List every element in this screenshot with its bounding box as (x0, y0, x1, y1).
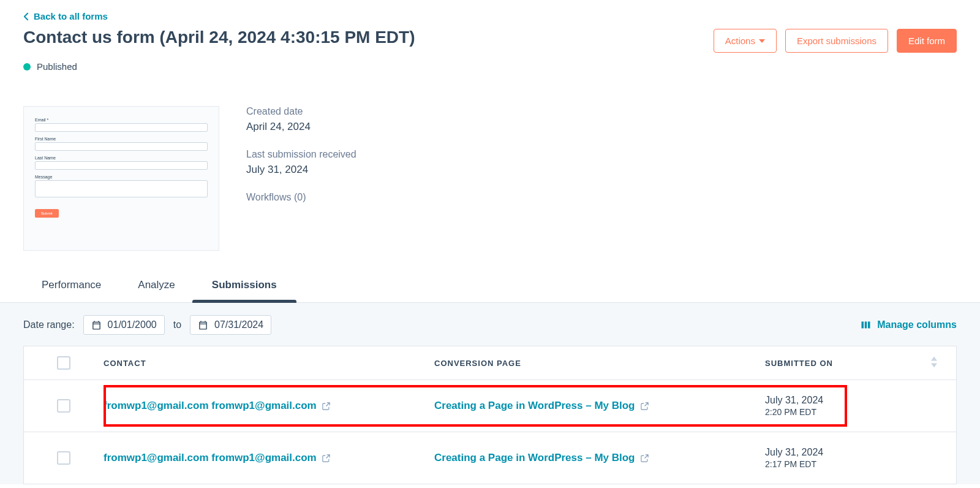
date-from-input[interactable]: 01/01/2000 (83, 315, 165, 335)
preview-email-input (35, 123, 208, 132)
preview-firstname-input (35, 142, 208, 151)
last-submission-label: Last submission received (246, 149, 356, 160)
workflows-label: Workflows (0) (246, 192, 356, 203)
status-label: Published (37, 61, 77, 72)
to-label: to (173, 319, 181, 330)
external-link-icon (640, 454, 649, 463)
submissions-table: CONTACT CONVERSION PAGE SUBMITTED ON fro… (23, 346, 957, 484)
preview-firstname-label: First Name (35, 137, 208, 141)
row-checkbox[interactable] (57, 399, 70, 413)
preview-email-label: Email * (35, 118, 208, 122)
manage-columns-label: Manage columns (877, 319, 957, 330)
preview-lastname-label: Last Name (35, 156, 208, 160)
preview-submit-button: Submit (35, 209, 59, 218)
chevron-left-icon (23, 12, 29, 21)
actions-button-label: Actions (725, 36, 755, 46)
external-link-icon (322, 402, 331, 411)
submitted-date: July 31, 2024 (765, 447, 956, 458)
conversion-page-link[interactable]: Creating a Page in WordPress – My Blog (434, 452, 649, 464)
table-header-row: CONTACT CONVERSION PAGE SUBMITTED ON (24, 346, 956, 380)
column-header-contact[interactable]: CONTACT (104, 359, 434, 368)
created-date-label: Created date (246, 106, 356, 117)
contact-link[interactable]: fromwp1@gmail.com fromwp1@gmail.com (104, 452, 331, 464)
external-link-icon (322, 454, 331, 463)
tab-submissions[interactable]: Submissions (212, 279, 277, 302)
submitted-date: July 31, 2024 (765, 395, 956, 406)
edit-form-button-label: Edit form (908, 36, 945, 46)
page-title: Contact us form (April 24, 2024 4:30:15 … (23, 26, 415, 48)
column-header-submitted-label: SUBMITTED ON (765, 359, 833, 368)
caret-down-icon (759, 39, 765, 43)
contact-text: fromwp1@gmail.com fromwp1@gmail.com (104, 400, 317, 412)
columns-icon (861, 321, 871, 329)
date-to-input[interactable]: 07/31/2024 (190, 315, 271, 335)
calendar-icon (198, 320, 208, 330)
export-submissions-button[interactable]: Export submissions (785, 29, 888, 53)
submitted-time: 2:20 PM EDT (765, 407, 956, 417)
contact-link[interactable]: fromwp1@gmail.com fromwp1@gmail.com (104, 400, 331, 412)
table-row: fromwp1@gmail.com fromwp1@gmail.comCreat… (24, 380, 956, 432)
conversion-text: Creating a Page in WordPress – My Blog (434, 452, 635, 464)
status-dot-icon (23, 63, 31, 71)
select-all-checkbox[interactable] (57, 356, 70, 370)
column-header-conversion[interactable]: CONVERSION PAGE (434, 359, 765, 368)
date-to-value: 07/31/2024 (214, 319, 263, 330)
preview-message-label: Message (35, 175, 208, 179)
preview-lastname-input (35, 161, 208, 170)
last-submission-value: July 31, 2024 (246, 164, 356, 176)
conversion-text: Creating a Page in WordPress – My Blog (434, 400, 635, 412)
row-checkbox[interactable] (57, 451, 70, 465)
date-range-label: Date range: (23, 319, 75, 330)
tab-analyze[interactable]: Analyze (138, 279, 175, 302)
export-button-label: Export submissions (797, 36, 876, 46)
created-date-value: April 24, 2024 (246, 121, 356, 133)
table-row: fromwp1@gmail.com fromwp1@gmail.comCreat… (24, 432, 956, 484)
column-header-submitted[interactable]: SUBMITTED ON (765, 359, 956, 368)
manage-columns-button[interactable]: Manage columns (861, 319, 957, 330)
sort-icon[interactable] (930, 357, 938, 370)
tab-performance[interactable]: Performance (42, 279, 101, 302)
contact-text: fromwp1@gmail.com fromwp1@gmail.com (104, 452, 317, 464)
submitted-time: 2:17 PM EDT (765, 459, 956, 469)
conversion-page-link[interactable]: Creating a Page in WordPress – My Blog (434, 400, 649, 412)
form-preview-thumbnail: Email * First Name Last Name Message Sub… (23, 106, 219, 251)
preview-message-textarea (35, 180, 208, 197)
back-link-label: Back to all forms (34, 11, 108, 21)
actions-dropdown-button[interactable]: Actions (714, 29, 777, 53)
date-from-value: 01/01/2000 (108, 319, 157, 330)
calendar-icon (91, 320, 102, 330)
edit-form-button[interactable]: Edit form (897, 29, 957, 53)
external-link-icon (640, 402, 649, 411)
back-to-all-forms-link[interactable]: Back to all forms (0, 0, 108, 26)
